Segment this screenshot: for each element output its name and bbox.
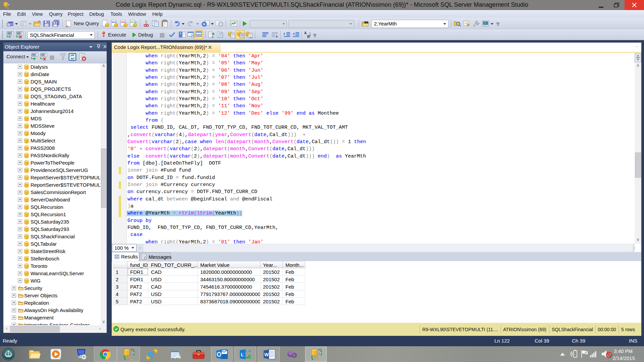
svg-text:A: A — [304, 31, 307, 35]
svg-text:XM LA: XM LA — [130, 21, 137, 23]
svg-text:MDX: MDX — [112, 21, 116, 23]
svg-text:DMX: DMX — [121, 21, 125, 23]
svg-text:W: W — [264, 352, 269, 357]
